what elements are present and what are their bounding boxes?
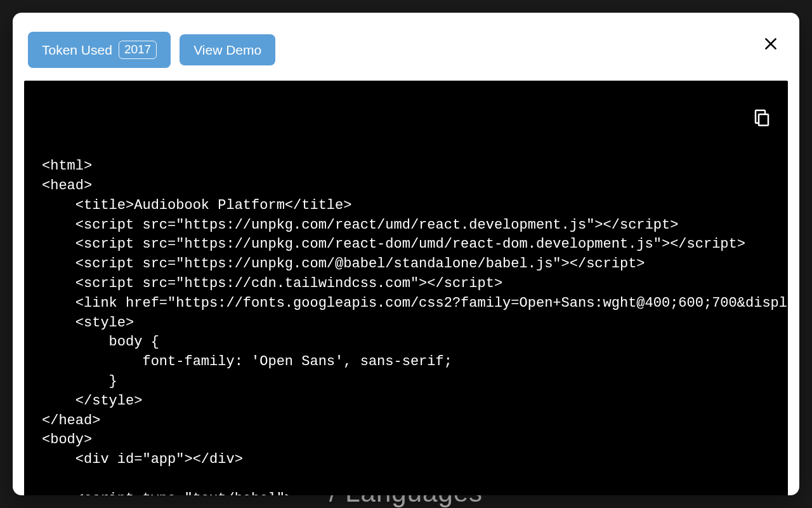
code-viewer[interactable]: <html> <head> <title>Audiobook Platform<… <box>24 81 788 495</box>
close-icon <box>763 36 779 52</box>
copy-icon <box>752 108 771 127</box>
svg-rect-2 <box>759 114 768 126</box>
token-used-label: Token Used <box>42 43 112 57</box>
copy-button[interactable] <box>736 96 774 141</box>
token-used-button[interactable]: Token Used 2017 <box>28 32 171 68</box>
code-modal: Token Used 2017 View Demo <html> <head> … <box>13 13 799 495</box>
view-demo-button[interactable]: View Demo <box>180 34 275 65</box>
code-content: <html> <head> <title>Audiobook Platform<… <box>42 157 770 495</box>
modal-toolbar: Token Used 2017 View Demo <box>24 24 788 81</box>
token-count-badge: 2017 <box>119 41 157 59</box>
close-button[interactable] <box>760 33 782 57</box>
